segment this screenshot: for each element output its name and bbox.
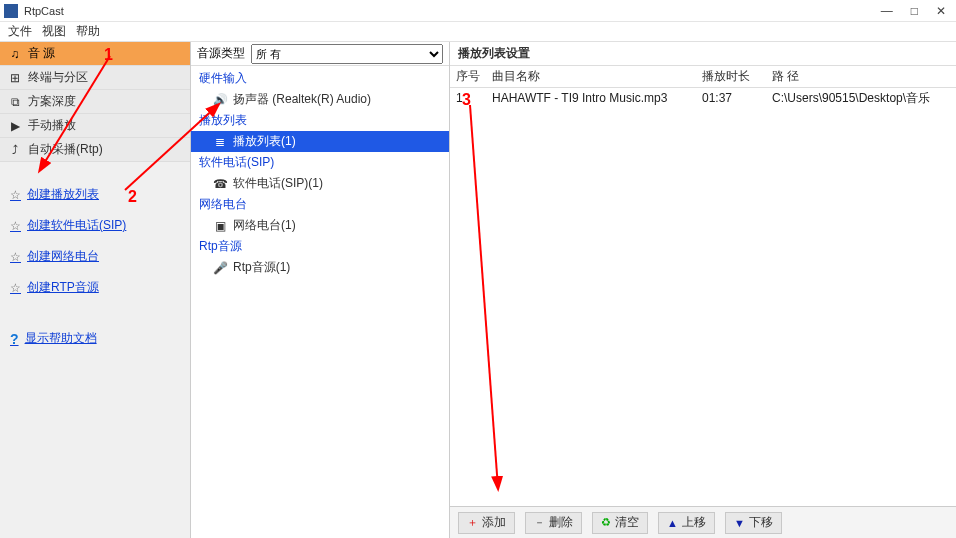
nav-label: 手动播放 (28, 117, 76, 134)
sidebar-link-label: 创建网络电台 (27, 248, 99, 265)
help-icon: ? (10, 331, 19, 347)
col-idx[interactable]: 序号 (450, 68, 486, 85)
nav-label: 方案深度 (28, 93, 76, 110)
close-button[interactable]: ✕ (936, 4, 946, 18)
nav-icon: ⤴ (8, 143, 22, 157)
filter-select[interactable]: 所 有 (251, 44, 443, 64)
nav-label: 自动采播(Rtp) (28, 141, 103, 158)
nav-icon: ▶ (8, 119, 22, 133)
filter-label: 音源类型 (197, 45, 245, 62)
plus-icon: ＋ (467, 515, 478, 530)
table-body: 1HAHAWTF - TI9 Intro Music.mp301:37C:\Us… (450, 88, 956, 506)
minimize-button[interactable]: — (881, 4, 893, 18)
source-tree-panel: 音源类型 所 有 硬件输入🔊扬声器 (Realtek(R) Audio)播放列表… (190, 42, 450, 538)
leaf-label: 播放列表(1) (233, 133, 296, 150)
leaf-label: Rtp音源(1) (233, 259, 290, 276)
star-icon: ☆ (10, 188, 21, 202)
col-dur[interactable]: 播放时长 (696, 68, 766, 85)
tree-leaf-2-0[interactable]: ☎软件电话(SIP)(1) (191, 173, 449, 194)
maximize-button[interactable]: □ (911, 4, 918, 18)
sidebar-link-label: 创建RTP音源 (27, 279, 99, 296)
star-icon: ☆ (10, 219, 21, 233)
leaf-label: 网络电台(1) (233, 217, 296, 234)
tree-group-4[interactable]: Rtp音源 (191, 236, 449, 257)
source-tree: 硬件输入🔊扬声器 (Realtek(R) Audio)播放列表≣播放列表(1)软… (191, 66, 449, 280)
sidebar-link-label: 创建软件电话(SIP) (27, 217, 126, 234)
nav-item-0[interactable]: ♫音 源 (0, 42, 190, 66)
sidebar-link-3[interactable]: ☆创建RTP音源 (10, 279, 180, 296)
up-icon: ▲ (667, 517, 678, 529)
col-path[interactable]: 路 径 (766, 68, 956, 85)
app-icon (4, 4, 18, 18)
sidebar: ♫音 源⊞终端与分区⧉方案深度▶手动播放⤴自动采播(Rtp) ☆创建播放列表☆创… (0, 42, 190, 538)
leaf-icon: ≣ (213, 135, 227, 149)
playlist-toolbar: ＋添加 －删除 ♻清空 ▲上移 ▼下移 (450, 506, 956, 538)
clear-button[interactable]: ♻清空 (592, 512, 648, 534)
minus-icon: － (534, 515, 545, 530)
leaf-icon: ☎ (213, 177, 227, 191)
nav-label: 音 源 (28, 45, 55, 62)
sidebar-help-label: 显示帮助文档 (25, 330, 97, 347)
leaf-icon: 🎤 (213, 261, 227, 275)
sidebar-link-label: 创建播放列表 (27, 186, 99, 203)
col-name[interactable]: 曲目名称 (486, 68, 696, 85)
leaf-icon: ▣ (213, 219, 227, 233)
sidebar-link-2[interactable]: ☆创建网络电台 (10, 248, 180, 265)
down-icon: ▼ (734, 517, 745, 529)
tree-leaf-3-0[interactable]: ▣网络电台(1) (191, 215, 449, 236)
menubar: 文件 视图 帮助 (0, 22, 956, 42)
tree-leaf-4-0[interactable]: 🎤Rtp音源(1) (191, 257, 449, 278)
nav-icon: ♫ (8, 47, 22, 61)
tree-leaf-1-0[interactable]: ≣播放列表(1) (191, 131, 449, 152)
table-header: 序号 曲目名称 播放时长 路 径 (450, 66, 956, 88)
star-icon: ☆ (10, 250, 21, 264)
sidebar-link-0[interactable]: ☆创建播放列表 (10, 186, 180, 203)
menu-help[interactable]: 帮助 (76, 23, 100, 40)
movedown-button[interactable]: ▼下移 (725, 512, 782, 534)
sidebar-help-link[interactable]: ? 显示帮助文档 (10, 330, 180, 347)
moveup-button[interactable]: ▲上移 (658, 512, 715, 534)
titlebar: RtpCast — □ ✕ (0, 0, 956, 22)
table-row[interactable]: 1HAHAWTF - TI9 Intro Music.mp301:37C:\Us… (450, 88, 956, 108)
nav-item-2[interactable]: ⧉方案深度 (0, 90, 190, 114)
leaf-label: 软件电话(SIP)(1) (233, 175, 323, 192)
nav-item-1[interactable]: ⊞终端与分区 (0, 66, 190, 90)
recycle-icon: ♻ (601, 516, 611, 529)
tree-group-0[interactable]: 硬件输入 (191, 68, 449, 89)
add-button[interactable]: ＋添加 (458, 512, 515, 534)
delete-button[interactable]: －删除 (525, 512, 582, 534)
menu-view[interactable]: 视图 (42, 23, 66, 40)
tree-group-3[interactable]: 网络电台 (191, 194, 449, 215)
tree-group-2[interactable]: 软件电话(SIP) (191, 152, 449, 173)
leaf-label: 扬声器 (Realtek(R) Audio) (233, 91, 371, 108)
leaf-icon: 🔊 (213, 93, 227, 107)
playlist-title: 播放列表设置 (450, 42, 956, 66)
nav-icon: ⊞ (8, 71, 22, 85)
sidebar-link-1[interactable]: ☆创建软件电话(SIP) (10, 217, 180, 234)
menu-file[interactable]: 文件 (8, 23, 32, 40)
tree-group-1[interactable]: 播放列表 (191, 110, 449, 131)
nav-item-4[interactable]: ⤴自动采播(Rtp) (0, 138, 190, 162)
nav-label: 终端与分区 (28, 69, 88, 86)
nav-item-3[interactable]: ▶手动播放 (0, 114, 190, 138)
playlist-panel: 播放列表设置 序号 曲目名称 播放时长 路 径 1HAHAWTF - TI9 I… (450, 42, 956, 538)
app-title: RtpCast (24, 5, 881, 17)
tree-leaf-0-0[interactable]: 🔊扬声器 (Realtek(R) Audio) (191, 89, 449, 110)
nav-icon: ⧉ (8, 95, 22, 109)
star-icon: ☆ (10, 281, 21, 295)
